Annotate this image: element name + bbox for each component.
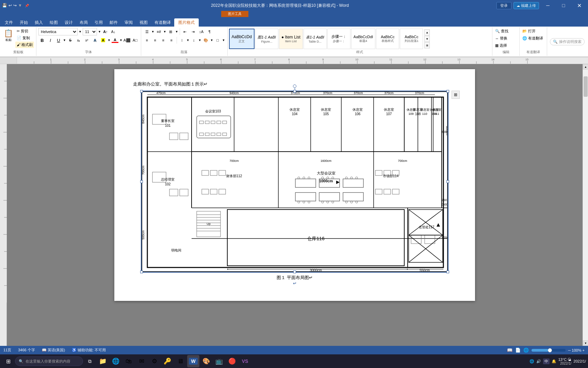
italic-button[interactable]: I xyxy=(47,36,54,44)
tray-clock[interactable]: 13°C 🌤 2022/1/ xyxy=(558,357,572,365)
tab-insert[interactable]: 插入 xyxy=(31,18,46,27)
decrease-indent-button[interactable]: ⇤ xyxy=(181,28,189,35)
font-grow-button[interactable]: A↑ xyxy=(102,28,109,35)
show-marks-button[interactable]: ¶ xyxy=(206,28,213,35)
underline-button[interactable]: U xyxy=(55,36,62,44)
numbering-expand[interactable]: ▼ xyxy=(163,30,166,33)
numbering-button[interactable]: ≡# xyxy=(155,28,163,35)
login-button[interactable]: 登录 xyxy=(496,2,511,9)
handle-tl[interactable] xyxy=(140,90,143,93)
align-center-button[interactable]: ≡ xyxy=(151,36,159,44)
zoom-minus[interactable]: ─ xyxy=(568,348,571,352)
tab-file[interactable]: 文件 xyxy=(1,18,16,27)
char-shading-button[interactable]: A⬛ xyxy=(123,36,131,44)
justify-button[interactable]: ≡ xyxy=(168,36,175,44)
style-heading4[interactable]: AaBbCcDdI 标题4 xyxy=(351,29,375,49)
style-table-d[interactable]: 表1-1 AaBl Table D... xyxy=(304,29,327,49)
styles-next-button[interactable]: ▼ xyxy=(424,36,430,42)
style-list-para[interactable]: AaBbCc 列出段落1 xyxy=(400,29,423,49)
handle-mr[interactable] xyxy=(446,180,449,183)
tray-ime[interactable]: 中 xyxy=(543,358,550,364)
redo-icon[interactable]: ↪ xyxy=(13,3,17,8)
tab-home[interactable]: 开始 xyxy=(16,18,31,27)
border-button[interactable]: □ xyxy=(214,36,222,44)
handle-bl[interactable] xyxy=(140,271,143,273)
style-item-list[interactable]: ● Item List Item List xyxy=(279,29,303,49)
save-icon[interactable]: 💾 xyxy=(2,3,7,8)
find-button[interactable]: 🔍 查找 xyxy=(494,28,518,34)
taskbar-vs[interactable]: VS xyxy=(239,355,251,367)
handle-br[interactable] xyxy=(446,271,449,273)
taskbar-settings[interactable]: ⚙ xyxy=(148,355,161,367)
styles-prev-button[interactable]: ▲ xyxy=(424,29,430,35)
select-button[interactable]: ▦ 选择 xyxy=(494,42,518,49)
bullets-expand[interactable]: ▼ xyxy=(151,30,154,33)
zoom-thumb[interactable] xyxy=(548,348,552,352)
taskbar-search[interactable]: 🔍 在这里输入你要搜索的内容 xyxy=(15,356,83,366)
font-color-button[interactable]: A xyxy=(111,36,119,44)
youdao-translate-button[interactable]: 🌐 有道翻译 xyxy=(521,35,545,42)
char-border-button[interactable]: A□ xyxy=(131,36,139,44)
tab-youdao[interactable]: 有道翻译 xyxy=(151,18,174,27)
scroll-down-button[interactable]: ▼ xyxy=(583,340,588,346)
tab-references[interactable]: 引用 xyxy=(91,18,106,27)
language-status[interactable]: 📖 英语(美国) xyxy=(42,348,65,353)
pin-icon[interactable]: 📌 xyxy=(25,4,29,7)
align-left-button[interactable]: ≡ xyxy=(143,36,151,44)
cut-button[interactable]: ✂ 剪切 xyxy=(15,28,34,34)
column-button[interactable]: ⫶ xyxy=(178,36,186,44)
search-box[interactable]: 🔍 操作说明搜索 xyxy=(550,38,585,45)
undo-icon[interactable]: ↩ xyxy=(9,3,12,8)
handle-bm[interactable] xyxy=(293,271,296,273)
start-button[interactable]: ⊞ xyxy=(2,355,14,367)
bullets-button[interactable]: ☰ xyxy=(143,28,151,35)
font-color-expand[interactable]: ▼ xyxy=(119,39,122,42)
strikethrough-button[interactable]: S̶ xyxy=(67,36,74,44)
style-figure[interactable]: 图1-1 AaBl Figure... xyxy=(255,29,278,49)
tab-picture-format[interactable]: 图片格式 xyxy=(174,18,199,27)
font-name-select[interactable]: Helvetica xyxy=(38,28,78,35)
tray-network[interactable]: 🌐 xyxy=(529,359,534,364)
scroll-up-button[interactable]: ▲ xyxy=(583,64,588,70)
underline-expand[interactable]: ▼ xyxy=(63,39,66,42)
tab-draw[interactable]: 绘图 xyxy=(46,18,61,27)
tray-volume[interactable]: 🔊 xyxy=(536,359,541,364)
zoom-plus[interactable]: + xyxy=(583,348,585,352)
border-expand[interactable]: ▼ xyxy=(222,39,225,42)
taskbar-mail[interactable]: ✉ xyxy=(135,355,148,367)
style-steps[interactable]: 步骤一： 步骤一： xyxy=(327,29,350,49)
align-right-button[interactable]: ≡ xyxy=(160,36,167,44)
increase-indent-button[interactable]: ⇥ xyxy=(190,28,197,35)
scroll-thumb[interactable] xyxy=(584,76,588,97)
read-view-button[interactable]: 📖 xyxy=(507,348,512,353)
multilevel-list-button[interactable]: ⊞ xyxy=(167,28,175,35)
taskbar-edge[interactable]: 🌐 xyxy=(110,355,122,367)
highlight-expand[interactable]: ▼ xyxy=(108,39,111,42)
tab-layout[interactable]: 布局 xyxy=(76,18,91,27)
font-size-select[interactable]: 11 xyxy=(83,28,97,35)
rotate-handle[interactable] xyxy=(293,85,296,88)
shading-expand[interactable]: ▼ xyxy=(210,39,213,42)
text-effects-button[interactable]: A xyxy=(91,36,99,44)
handle-tm[interactable] xyxy=(293,90,296,93)
highlight-button[interactable]: A xyxy=(99,36,107,44)
close-button[interactable]: ✕ xyxy=(572,1,586,10)
tab-design[interactable]: 设计 xyxy=(61,18,76,27)
paste-button[interactable]: 📋 粘贴 xyxy=(3,28,14,48)
replace-button[interactable]: ↔ 替换 xyxy=(494,35,518,42)
font-shrink-button[interactable]: A↓ xyxy=(110,28,117,35)
zoom-slider[interactable] xyxy=(532,349,566,352)
task-view-button[interactable]: ⧉ xyxy=(84,355,96,367)
accessibility-status[interactable]: ♿ 辅助功能: 不可用 xyxy=(72,348,106,353)
taskbar-store[interactable]: 🛍 xyxy=(122,355,135,367)
line-spacing-button[interactable]: ↕ xyxy=(190,36,198,44)
line-spacing-expand[interactable]: ▼ xyxy=(198,39,201,42)
web-view-button[interactable]: 🌐 xyxy=(523,348,529,353)
style-body[interactable]: AaBbCcDd 正文 xyxy=(229,29,255,49)
print-view-button[interactable]: 📄 xyxy=(515,348,521,353)
upload-button[interactable]: ☁ 福建上传 xyxy=(513,2,539,9)
taskbar-word[interactable]: W xyxy=(187,355,199,367)
taskbar-remote[interactable]: 🖥 xyxy=(174,355,186,367)
taskbar-paint[interactable]: 🎨 xyxy=(200,355,212,367)
subscript-button[interactable]: x₂ xyxy=(75,36,82,44)
